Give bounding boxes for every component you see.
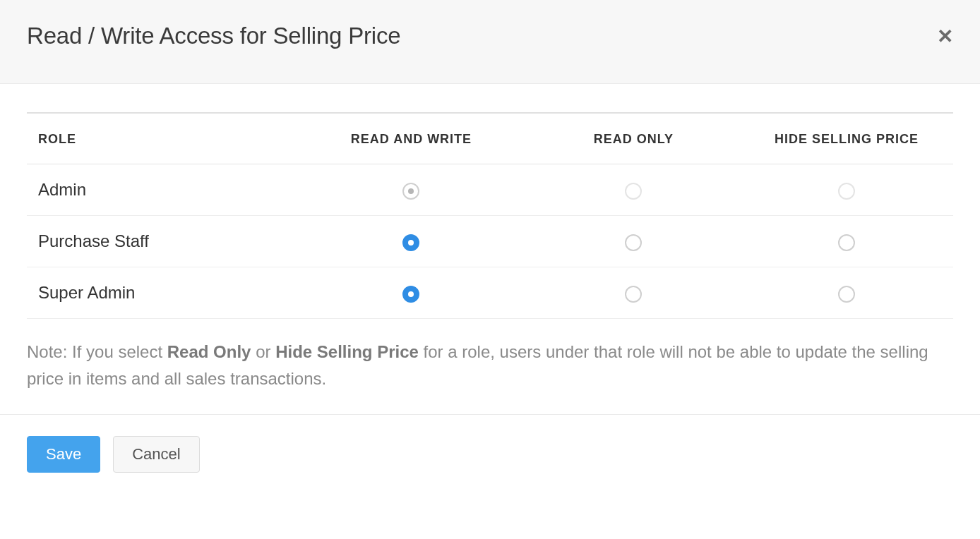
dialog-title: Read / Write Access for Selling Price <box>27 23 400 49</box>
role-name: Purchase Staff <box>27 216 295 267</box>
dialog-header: Read / Write Access for Selling Price ✕ <box>0 0 980 84</box>
radio-read-write[interactable] <box>402 234 419 251</box>
col-hide: HIDE SELLING PRICE <box>740 113 953 164</box>
radio-read-only[interactable] <box>625 286 642 303</box>
dialog-body: ROLE READ AND WRITE READ ONLY HIDE SELLI… <box>0 84 980 414</box>
note-strong-hide: Hide Selling Price <box>275 342 419 361</box>
radio-read-write[interactable] <box>402 286 419 303</box>
radio-hide[interactable] <box>838 286 855 303</box>
radio-hide[interactable] <box>838 234 855 251</box>
role-name: Admin <box>27 164 295 216</box>
role-name: Super Admin <box>27 267 295 319</box>
note-strong-read-only: Read Only <box>167 342 251 361</box>
col-role: ROLE <box>27 113 295 164</box>
access-dialog: Read / Write Access for Selling Price ✕ … <box>0 0 980 494</box>
cancel-button[interactable]: Cancel <box>113 436 199 473</box>
table-header-row: ROLE READ AND WRITE READ ONLY HIDE SELLI… <box>27 113 953 164</box>
col-read-only: READ ONLY <box>527 113 740 164</box>
note-prefix: Note: If you select <box>27 342 167 361</box>
save-button[interactable]: Save <box>27 436 100 473</box>
col-read-write: READ AND WRITE <box>295 113 527 164</box>
note-mid: or <box>251 342 275 361</box>
table-row: Super Admin <box>27 267 953 319</box>
radio-read-only[interactable] <box>625 234 642 251</box>
note-text: Note: If you select Read Only or Hide Se… <box>27 339 953 393</box>
radio-read-only <box>625 183 642 200</box>
close-icon[interactable]: ✕ <box>937 27 953 47</box>
table-row: Purchase Staff <box>27 216 953 267</box>
radio-hide <box>838 183 855 200</box>
radio-read-write <box>402 183 419 200</box>
dialog-footer: Save Cancel <box>0 414 980 494</box>
roles-table: ROLE READ AND WRITE READ ONLY HIDE SELLI… <box>27 112 953 319</box>
table-row: Admin <box>27 164 953 216</box>
